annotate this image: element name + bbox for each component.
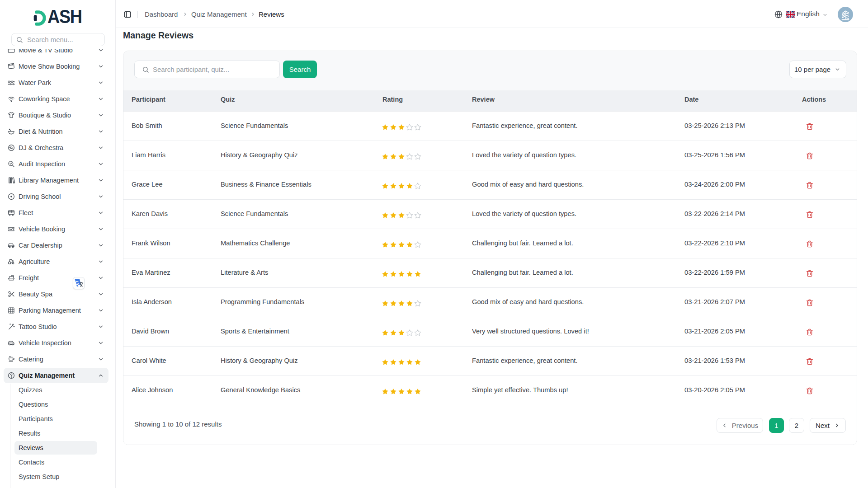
svg-text:G: G [75, 280, 79, 286]
